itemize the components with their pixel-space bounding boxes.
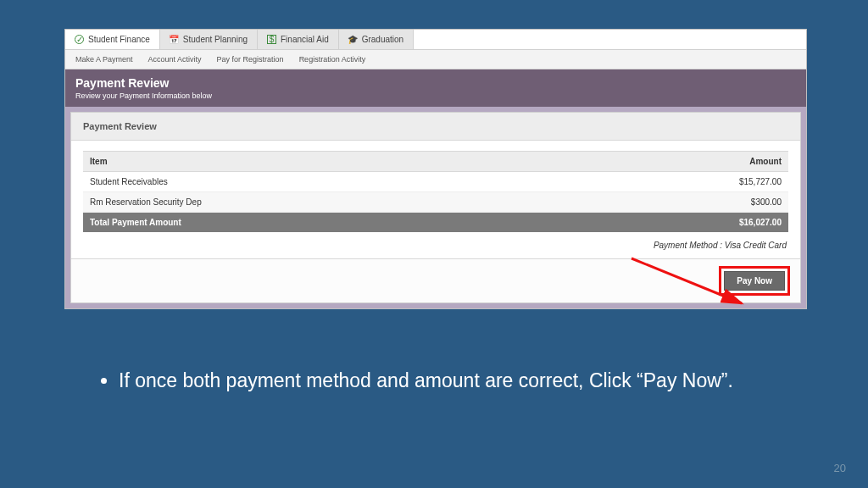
tab-label: Student Finance [88,35,150,44]
instruction-text: If once both payment method and amount a… [119,369,739,394]
subnav-make-payment[interactable]: Make A Payment [75,55,133,64]
tab-financial-aid[interactable]: $ Financial Aid [258,30,339,49]
dollar-icon: $ [267,35,276,44]
panel-title: Payment Review [71,113,800,141]
cell-item: Rm Reservation Security Dep [83,192,570,213]
tab-label: Student Planning [183,35,248,44]
table-wrap: Item Amount Student Receivables $15,727.… [71,141,800,232]
tab-label: Financial Aid [281,35,329,44]
tab-graduation[interactable]: 🎓 Graduation [339,30,414,49]
page-header: Payment Review Review your Payment Infor… [65,69,806,107]
subnav-registration-activity[interactable]: Registration Activity [299,55,366,64]
total-label: Total Payment Amount [83,213,570,233]
subnav-pay-registration[interactable]: Pay for Registration [217,55,284,64]
graduation-cap-icon: 🎓 [348,35,358,44]
subnav-account-activity[interactable]: Account Activity [148,55,202,64]
check-icon: ✓ [75,35,84,44]
pay-now-highlight: Pay Now [719,266,790,296]
pay-now-button[interactable]: Pay Now [724,271,785,291]
action-row: Pay Now [71,258,800,302]
tab-student-planning[interactable]: 📅 Student Planning [160,30,258,49]
sub-nav: Make A Payment Account Activity Pay for … [65,50,806,69]
tab-student-finance[interactable]: ✓ Student Finance [65,30,160,49]
content-wrap: Payment Review Item Amount Student Recei… [65,107,806,308]
cell-amount: $15,727.00 [570,172,788,192]
page-number: 20 [834,462,846,474]
table-row: Student Receivables $15,727.00 [83,172,788,192]
total-row: Total Payment Amount $16,027.00 [83,213,788,233]
payment-table: Item Amount Student Receivables $15,727.… [83,151,788,232]
payment-review-panel: Payment Review Item Amount Student Recei… [70,112,801,303]
col-item: Item [83,152,570,172]
total-amount: $16,027.00 [570,213,788,233]
payment-method: Payment Method : Visa Credit Card [71,232,800,258]
calendar-icon: 📅 [170,35,179,44]
cell-amount: $300.00 [570,192,788,213]
page-subtitle: Review your Payment Information below [75,92,796,100]
tab-label: Graduation [362,35,403,44]
page-title: Payment Review [75,76,796,90]
top-tabs: ✓ Student Finance 📅 Student Planning $ F… [65,30,806,50]
app-window: ✓ Student Finance 📅 Student Planning $ F… [64,29,807,309]
instruction-note: If once both payment method and amount a… [95,369,739,394]
table-row: Rm Reservation Security Dep $300.00 [83,192,788,213]
col-amount: Amount [570,152,788,172]
cell-item: Student Receivables [83,172,570,192]
